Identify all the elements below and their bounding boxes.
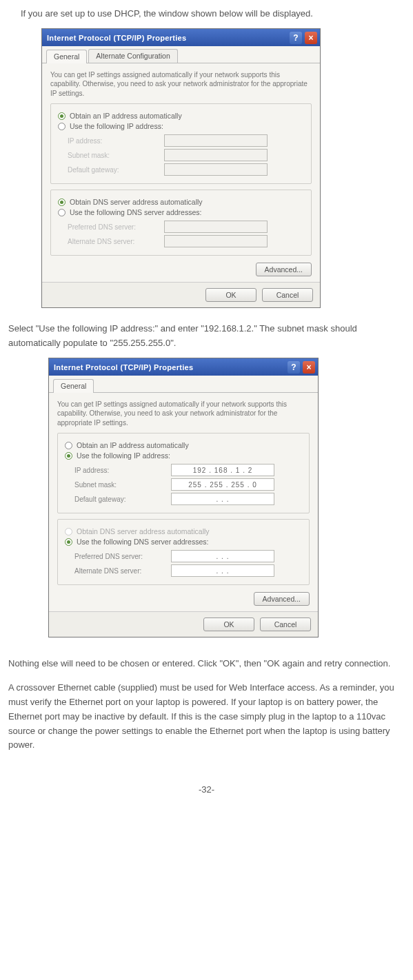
tabstrip: General Alternate Configuration xyxy=(42,46,320,63)
close-icon[interactable]: × xyxy=(303,361,315,374)
dns-groupbox: Obtain DNS server address automatically … xyxy=(57,519,310,585)
label-ip: IP address: xyxy=(68,137,164,145)
screenshot-dialog-2: Internet Protocol (TCP/IP) Properties ? … xyxy=(48,358,405,638)
label-gateway: Default gateway: xyxy=(74,496,171,503)
label-ip: IP address: xyxy=(74,467,171,474)
screenshot-dialog-1: Internet Protocol (TCP/IP) Properties ? … xyxy=(41,28,405,309)
ip-groupbox: Obtain an IP address automatically Use t… xyxy=(57,433,310,513)
label-subnet: Subnet mask: xyxy=(74,481,171,489)
ok-button[interactable]: OK xyxy=(205,288,256,302)
radio-obtain-dns[interactable]: Obtain DNS server address automatically xyxy=(58,198,304,206)
dns-groupbox: Obtain DNS server address automatically … xyxy=(50,190,312,256)
ip-field xyxy=(164,134,268,147)
ip-field[interactable]: 192 . 168 . 1 . 2 xyxy=(171,464,274,476)
radio-label: Obtain an IP address automatically xyxy=(77,441,189,449)
radio-label: Use the following IP address: xyxy=(77,451,170,460)
dialog-description: You can get IP settings assigned automat… xyxy=(50,70,312,99)
radio-icon xyxy=(58,123,66,130)
radio-icon xyxy=(65,538,72,546)
close-icon[interactable]: × xyxy=(305,32,317,44)
pref-dns-field[interactable]: . . . xyxy=(171,550,274,562)
radio-use-dns[interactable]: Use the following DNS server addresses: xyxy=(65,538,302,546)
radio-icon xyxy=(65,452,72,460)
tab-general[interactable]: General xyxy=(46,50,87,63)
radio-label: Obtain an IP address automatically xyxy=(70,112,182,120)
intro-paragraph: If you are set up to use DHCP, the windo… xyxy=(8,7,405,21)
subnet-field[interactable]: 255 . 255 . 255 . 0 xyxy=(171,478,274,491)
cancel-button[interactable]: Cancel xyxy=(260,617,311,631)
pref-dns-field xyxy=(164,221,268,233)
radio-use-dns[interactable]: Use the following DNS server addresses: xyxy=(58,208,304,216)
advanced-button[interactable]: Advanced... xyxy=(254,592,310,606)
help-icon[interactable]: ? xyxy=(288,361,300,374)
ok-button[interactable]: OK xyxy=(203,617,254,631)
label-subnet: Subnet mask: xyxy=(68,152,164,159)
titlebar: Internet Protocol (TCP/IP) Properties ? … xyxy=(49,358,318,376)
radio-use-ip[interactable]: Use the following IP address: xyxy=(58,122,304,130)
label-alt-dns: Alternate DNS server: xyxy=(68,238,164,245)
radio-label: Obtain DNS server address automatically xyxy=(70,198,203,206)
radio-label: Use the following DNS server addresses: xyxy=(70,208,201,216)
gateway-field[interactable]: . . . xyxy=(171,493,274,505)
alt-dns-field[interactable]: . . . xyxy=(171,564,274,577)
radio-label: Obtain DNS server address automatically xyxy=(77,527,210,535)
window-title: Internet Protocol (TCP/IP) Properties xyxy=(47,34,287,42)
mid-paragraph: Select "Use the following IP address:" a… xyxy=(8,322,405,351)
radio-icon xyxy=(65,528,72,535)
help-icon[interactable]: ? xyxy=(290,32,302,44)
radio-obtain-ip[interactable]: Obtain an IP address automatically xyxy=(58,112,304,120)
label-pref-dns: Preferred DNS server: xyxy=(74,553,171,560)
label-alt-dns: Alternate DNS server: xyxy=(74,567,171,575)
radio-icon xyxy=(65,442,72,449)
alt-dns-field xyxy=(164,235,268,247)
cancel-button[interactable]: Cancel xyxy=(262,288,313,302)
radio-label: Use the following IP address: xyxy=(70,122,163,130)
tab-general[interactable]: General xyxy=(53,379,94,393)
outro-paragraph-2: A crossover Ethernet cable (supplied) mu… xyxy=(8,681,405,753)
radio-icon xyxy=(58,209,66,216)
radio-icon xyxy=(58,112,66,120)
gateway-field xyxy=(164,163,268,176)
page-number: -32- xyxy=(8,784,405,795)
radio-obtain-ip[interactable]: Obtain an IP address automatically xyxy=(65,441,302,449)
radio-use-ip[interactable]: Use the following IP address: xyxy=(65,451,302,460)
label-pref-dns: Preferred DNS server: xyxy=(68,223,164,231)
outro-paragraph-1: Nothing else will need to be chosen or e… xyxy=(8,657,405,671)
subnet-field xyxy=(164,149,268,161)
ip-groupbox: Obtain an IP address automatically Use t… xyxy=(50,103,312,184)
window-title: Internet Protocol (TCP/IP) Properties xyxy=(54,363,285,371)
radio-obtain-dns: Obtain DNS server address automatically xyxy=(65,527,302,535)
tabstrip: General xyxy=(49,376,318,393)
radio-label: Use the following DNS server addresses: xyxy=(77,538,208,546)
tab-alternate[interactable]: Alternate Configuration xyxy=(88,49,177,63)
advanced-button[interactable]: Advanced... xyxy=(256,263,312,276)
titlebar: Internet Protocol (TCP/IP) Properties ? … xyxy=(42,29,320,46)
label-gateway: Default gateway: xyxy=(68,166,164,174)
dialog-description: You can get IP settings assigned automat… xyxy=(57,400,310,428)
radio-icon xyxy=(58,198,66,206)
